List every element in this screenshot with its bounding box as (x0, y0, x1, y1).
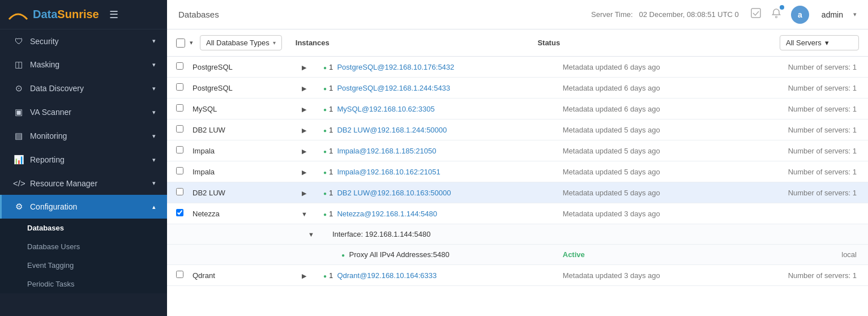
instance-link[interactable]: Impala@192.168.10.162:21051 (337, 168, 440, 176)
sidebar-item-database-users[interactable]: Database Users (0, 237, 167, 256)
row-checkbox[interactable] (176, 188, 183, 195)
netezza-checkbox[interactable] (176, 209, 183, 216)
admin-menu-chevron[interactable]: ▾ (853, 11, 857, 18)
status-dot: ● (323, 86, 327, 92)
select-dropdown-chevron[interactable]: ▾ (190, 39, 193, 46)
configuration-icon: ⚙ (13, 202, 24, 212)
bell-icon[interactable] (771, 7, 782, 22)
sidebar-item-masking[interactable]: ◫ Masking ▾ (0, 53, 167, 76)
sidebar-item-reporting[interactable]: 📊 Reporting ▾ (0, 148, 167, 172)
sidebar-item-resource-manager[interactable]: </> Resource Manager ▾ (0, 172, 167, 195)
servers-cell: Number of servers: 1 (755, 119, 868, 140)
status-cell: Metadata updated 5 days ago (558, 140, 755, 161)
chevron-icon: ▾ (152, 180, 156, 187)
servers-cell: Number of servers: 1 (755, 57, 868, 78)
expand-arrow[interactable]: ▶ (302, 85, 306, 92)
instance-link[interactable]: PostgreSQL@192.168.1.244:5433 (337, 84, 450, 92)
expand-arrow[interactable]: ▶ (302, 190, 306, 197)
db-type-cell: MySQL (188, 99, 290, 119)
status-dot: ● (323, 148, 327, 155)
scanner-icon: ▣ (13, 107, 24, 117)
instance-link[interactable]: DB2 LUW@192.168.10.163:50000 (337, 189, 451, 197)
status-cell: Metadata updated 6 days ago (558, 99, 755, 119)
sidebar-toggle-button[interactable]: ☰ (109, 8, 118, 21)
instance-link[interactable]: Qdrant@192.168.10.164:6333 (337, 271, 437, 280)
status-cell: Metadata updated 5 days ago (558, 161, 755, 182)
sidebar-item-label: Configuration (30, 202, 150, 211)
table-row: MySQL ▶ ●1 MySQL@192.168.10.62:3305 Meta… (167, 99, 868, 119)
db-type-cell: Impala (188, 161, 290, 182)
status-column-header: Status (537, 39, 775, 47)
masking-icon: ◫ (13, 59, 24, 70)
checkmark-icon[interactable] (750, 7, 762, 22)
instances-cell: ●1 DB2 LUW@192.168.10.163:50000 (319, 182, 558, 203)
status-dot: ● (323, 190, 327, 197)
avatar[interactable]: a (791, 6, 809, 24)
sidebar-item-va-scanner[interactable]: ▣ VA Scanner ▾ (0, 100, 167, 124)
sidebar-item-security[interactable]: 🛡 Security ▾ (0, 29, 167, 53)
table-row: ● Proxy All IPv4 Addresses:5480 Active l… (167, 245, 868, 265)
db-type-cell: PostgreSQL (188, 57, 290, 78)
sidebar-item-databases[interactable]: Databases (0, 219, 167, 237)
instance-link[interactable]: DB2 LUW@192.168.1.244:50000 (337, 126, 447, 134)
logo-data: Data (33, 8, 57, 21)
expand-arrow[interactable]: ▶ (302, 272, 306, 279)
proxy-status-cell: Active (558, 245, 755, 265)
expand-arrow[interactable]: ▶ (302, 169, 306, 176)
instances-cell: ●1 Impala@192.168.10.162:21051 (319, 161, 558, 182)
expand-arrow[interactable]: ▶ (302, 148, 306, 155)
instance-link[interactable]: MySQL@192.168.10.62:3305 (337, 105, 434, 113)
status-cell: Metadata updated 5 days ago (558, 182, 755, 203)
sidebar-item-event-tagging[interactable]: Event Tagging (0, 256, 167, 275)
shield-icon: 🛡 (13, 36, 24, 46)
db-type-cell: PostgreSQL (188, 78, 290, 99)
select-all-checkbox[interactable] (176, 39, 185, 48)
expand-arrow[interactable]: ▶ (302, 127, 306, 134)
table-row: Qdrant ▶ ●1 Qdrant@192.168.10.164:6333 M… (167, 265, 868, 286)
table-row: Netezza ▼ ●1 Netezza@192.168.1.144:5480 … (167, 203, 868, 224)
row-checkbox[interactable] (176, 167, 183, 174)
admin-label[interactable]: admin (822, 10, 843, 19)
expand-arrow[interactable]: ▶ (302, 64, 306, 71)
expand-arrow[interactable]: ▶ (302, 106, 306, 113)
row-checkbox[interactable] (176, 83, 183, 91)
status-dot: ● (323, 106, 327, 113)
sidebar-item-monitoring[interactable]: ▤ Monitoring ▾ (0, 124, 167, 148)
sidebar-item-periodic-tasks[interactable]: Periodic Tasks (0, 275, 167, 293)
expand-arrow[interactable]: ▼ (294, 231, 314, 238)
sidebar-item-label: Security (30, 37, 150, 46)
chevron-icon: ▾ (152, 133, 156, 140)
sidebar-item-label: Reporting (30, 155, 150, 164)
instances-cell: ●1 Netezza@192.168.1.144:5480 (319, 203, 558, 224)
sidebar-item-configuration[interactable]: ⚙ Configuration ▴ (0, 195, 167, 219)
instance-link[interactable]: PostgreSQL@192.168.10.176:5432 (337, 63, 454, 71)
db-type-cell: DB2 LUW (188, 182, 290, 203)
table-row: PostgreSQL ▶ ●1 PostgreSQL@192.168.10.17… (167, 57, 868, 78)
chevron-icon: ▾ (152, 156, 156, 164)
status-cell: Metadata updated 3 days ago (558, 265, 755, 286)
row-checkbox[interactable] (176, 271, 183, 278)
expand-arrow[interactable]: ▼ (301, 211, 307, 217)
servers-cell: Number of servers: 1 (755, 161, 868, 182)
instance-link[interactable]: Netezza@192.168.1.144:5480 (337, 210, 437, 218)
row-checkbox[interactable] (176, 146, 183, 153)
instance-link[interactable]: Impala@192.168.1.185:21050 (337, 147, 436, 155)
server-time: Server Time: 02 December, 08:08:51 UTC 0 (591, 10, 739, 19)
header-icons: a admin ▾ (750, 6, 857, 24)
db-type-filter-button[interactable]: All Database Types ▾ (200, 35, 282, 50)
table-row: DB2 LUW ▶ ●1 DB2 LUW@192.168.10.163:5000… (167, 182, 868, 203)
sidebar-item-data-discovery[interactable]: ⊙ Data Discovery ▾ (0, 76, 167, 100)
sidebar-item-label: Resource Manager (30, 179, 150, 188)
table-row: Impala ▶ ●1 Impala@192.168.10.162:21051 … (167, 161, 868, 182)
row-checkbox[interactable] (176, 62, 183, 70)
status-dot: ● (323, 169, 327, 176)
servers-filter-label: All Servers (786, 39, 822, 47)
servers-filter-button[interactable]: All Servers ▾ (780, 35, 859, 50)
row-checkbox[interactable] (176, 125, 183, 133)
row-checkbox[interactable] (176, 104, 183, 112)
servers-cell: Number of servers: 1 (755, 182, 868, 203)
instances-cell: ●1 DB2 LUW@192.168.1.244:50000 (319, 119, 558, 140)
servers-cell: Number of servers: 1 (755, 78, 868, 99)
status-cell: Metadata updated 6 days ago (558, 78, 755, 99)
instances-cell: ●1 Impala@192.168.1.185:21050 (319, 140, 558, 161)
